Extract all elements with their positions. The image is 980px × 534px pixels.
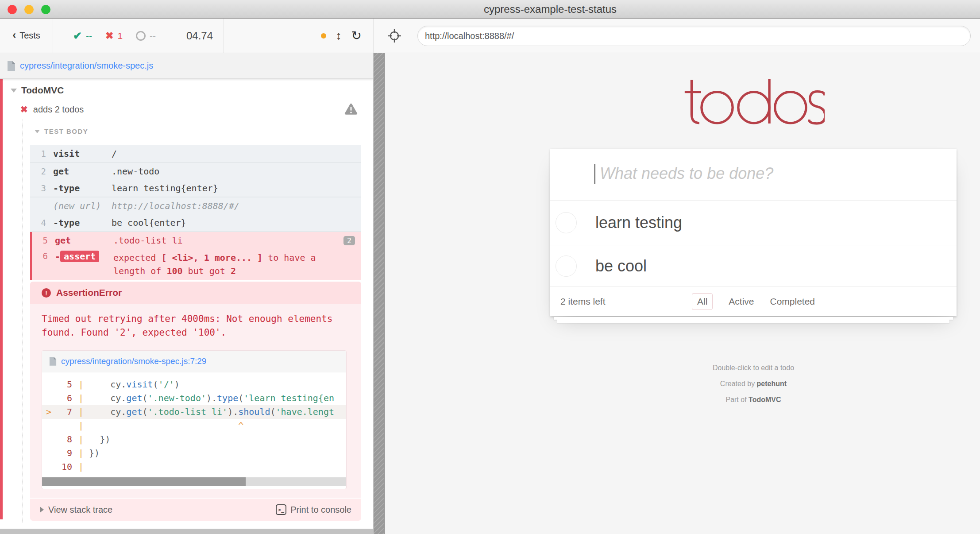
code-line-caret: | ^ <box>42 419 346 433</box>
app-info-footer: Double-click to edit a todo Created by p… <box>550 364 957 412</box>
command-message: .todo-list li <box>107 235 343 246</box>
spec-path-link[interactable]: cypress/integration/smoke-spec.js <box>20 61 153 71</box>
assert-pill: assert <box>60 251 99 262</box>
command-number: 3 <box>30 183 46 193</box>
print-to-console-button[interactable]: >_ Print to console <box>276 504 351 515</box>
todo-footer: 2 items left All Active Completed <box>550 287 957 316</box>
command-number: 1 <box>30 149 46 159</box>
error-title: AssertionError <box>56 287 122 298</box>
new-todo-input[interactable]: What needs to be done? <box>550 149 957 201</box>
todomvc-link[interactable]: TodoMVC <box>749 396 781 403</box>
command-name: get <box>55 235 107 246</box>
check-icon: ✔ <box>73 30 82 42</box>
selector-playground-button[interactable] <box>387 19 402 53</box>
code-frame-file-link[interactable]: cypress/integration/smoke-spec.js:7:29 <box>61 356 206 366</box>
stat-pending: -- <box>136 31 156 41</box>
test-duration: 04.74 <box>176 19 224 53</box>
spec-header: cypress/integration/smoke-spec.js <box>0 53 373 79</box>
code-frame-header: cypress/integration/smoke-spec.js:7:29 <box>42 351 346 372</box>
command-message: http://localhost:8888/#/ <box>105 201 361 211</box>
info-part-of: Part of TodoMVC <box>550 396 957 404</box>
info-edit-hint: Double-click to edit a todo <box>550 364 957 372</box>
command-row-assert[interactable]: 6 -assert expected [ <li>, 1 more... ] t… <box>32 249 361 280</box>
warning-icon <box>344 103 358 118</box>
assertion-error-block: ! AssertionError Timed out retrying afte… <box>30 282 361 521</box>
minimize-window-button[interactable] <box>24 5 34 14</box>
command-row-type2[interactable]: 4 -type be cool{enter} <box>30 214 361 231</box>
element-count-badge: 2 <box>343 236 355 245</box>
card-stack-sheet <box>557 320 949 323</box>
error-message: Timed out retrying after 4000ms: Not eno… <box>42 312 350 340</box>
author-link[interactable]: petehunt <box>757 380 787 387</box>
command-number: 4 <box>30 218 46 228</box>
code-scrollbar-thumb[interactable] <box>42 477 246 486</box>
command-name: -assert <box>55 251 107 262</box>
passed-count: -- <box>86 31 92 41</box>
command-number: 5 <box>32 236 48 245</box>
error-body: Timed out retrying after 4000ms: Not eno… <box>30 304 361 498</box>
text-caret <box>594 164 595 184</box>
code-line-7-highlighted: >7| cy.get('.todo-list li').should('have… <box>42 405 346 419</box>
command-name: -type <box>53 217 105 228</box>
filter-completed[interactable]: Completed <box>770 296 815 307</box>
testbody-label: TEST BODY <box>44 128 88 135</box>
filter-all[interactable]: All <box>692 293 713 310</box>
command-row-get[interactable]: 2 get .new-todo <box>30 163 361 180</box>
todoapp-card: What needs to be done? learn testing be … <box>550 149 957 316</box>
command-group: 2 get .new-todo 3 -type learn testing{en… <box>30 163 361 197</box>
stat-passed: ✔ -- <box>73 30 92 42</box>
duration-value: 04.74 <box>186 30 213 42</box>
test-name: adds 2 todos <box>33 104 84 115</box>
print-to-console-label: Print to console <box>290 505 351 515</box>
code-frame-body: 5| cy.visit('/') 6| cy.get('.new-todo').… <box>42 372 346 489</box>
close-window-button[interactable] <box>8 5 17 14</box>
error-info-icon: ! <box>42 288 51 298</box>
zoom-window-button[interactable] <box>41 5 50 14</box>
viewport-scale-icon[interactable]: ↕ <box>336 29 342 43</box>
error-header: ! AssertionError <box>30 282 361 304</box>
code-frame: cypress/integration/smoke-spec.js:7:29 5… <box>42 350 347 489</box>
todo-toggle-checkbox[interactable] <box>556 212 577 233</box>
command-group: (new url) http://localhost:8888/#/ 4 -ty… <box>30 197 361 232</box>
url-address-bar[interactable]: http://localhost:8888/#/ <box>417 26 971 46</box>
command-row-visit[interactable]: 1 visit / <box>30 145 361 162</box>
suite-todomvc[interactable]: TodoMVC <box>11 85 64 96</box>
todo-label[interactable]: learn testing <box>595 213 682 232</box>
command-row-type[interactable]: 3 -type learn testing{enter} <box>30 180 361 197</box>
todo-toggle-checkbox[interactable] <box>556 255 577 277</box>
filter-active[interactable]: Active <box>729 296 754 307</box>
test-adds-2-todos[interactable]: ✖ adds 2 todos <box>20 104 84 115</box>
new-todo-placeholder: What needs to be done? <box>600 149 773 198</box>
url-text: http://localhost:8888/#/ <box>425 31 514 41</box>
todo-filters: All Active Completed <box>550 287 957 316</box>
suite-name: TodoMVC <box>21 85 64 96</box>
toolbar: ‹ Tests ✔ -- ✖ 1 -- 04.74 ↕ ↻ <box>0 19 980 53</box>
test-failed-icon: ✖ <box>20 104 28 115</box>
x-icon: ✖ <box>105 30 113 42</box>
todos-wordmark <box>682 78 825 127</box>
code-line-6: 6| cy.get('.new-todo').type('learn testi… <box>42 391 346 405</box>
command-number: 2 <box>30 166 46 176</box>
back-to-tests-button[interactable]: ‹ Tests <box>0 19 53 53</box>
command-row-new-url[interactable]: (new url) http://localhost:8888/#/ <box>30 197 361 214</box>
command-number: 6 <box>32 251 48 261</box>
view-stack-trace-button[interactable]: View stack trace <box>40 505 112 515</box>
refresh-icon[interactable]: ↻ <box>351 28 362 43</box>
command-group: 1 visit / <box>30 145 361 163</box>
todo-label[interactable]: be cool <box>595 257 647 275</box>
testbody-caret-icon <box>35 130 40 133</box>
command-message: / <box>105 148 361 159</box>
toolbar-divider <box>373 19 374 53</box>
window-bottom-edge <box>0 529 373 534</box>
panel-resizer[interactable] <box>373 53 385 534</box>
command-row-get-failed[interactable]: 5 get .todo-list li 2 <box>32 232 361 249</box>
code-scrollbar[interactable] <box>42 477 346 486</box>
error-line-arrow: > <box>42 405 55 419</box>
terminal-icon: >_ <box>276 504 286 515</box>
code-line-8: 8| }) <box>42 433 346 446</box>
error-footer: View stack trace >_ Print to console <box>30 499 361 521</box>
window-title: cypress-example-test-status <box>484 3 617 15</box>
chevron-left-icon: ‹ <box>12 29 16 41</box>
command-message: learn testing{enter} <box>105 183 361 193</box>
test-body-section[interactable]: TEST BODY <box>35 128 88 135</box>
